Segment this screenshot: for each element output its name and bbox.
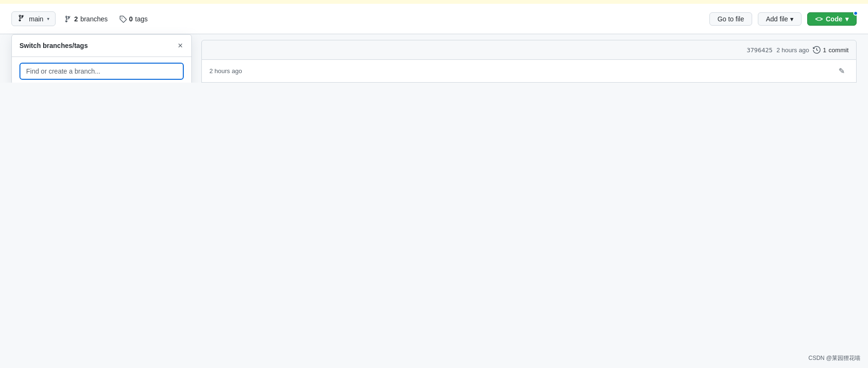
commit-bar: 3796425 2 hours ago 1 commit	[201, 40, 857, 60]
branches-link[interactable]: 2 branches	[61, 13, 110, 25]
commit-time: 2 hours ago	[776, 47, 809, 54]
branch-icon	[18, 14, 25, 23]
search-container	[12, 57, 191, 83]
add-file-caret-icon: ▾	[790, 15, 793, 23]
top-banner	[0, 0, 868, 4]
close-dropdown-button[interactable]: ×	[177, 40, 184, 51]
go-to-file-button[interactable]: Go to file	[709, 12, 752, 26]
branches-count: 2	[74, 15, 78, 23]
branch-caret-icon: ▾	[47, 16, 49, 21]
notification-dot	[853, 11, 858, 16]
history-icon	[813, 46, 821, 54]
repository-toolbar: main ▾ 2 branches 0 tags Go to file Add …	[0, 4, 868, 34]
edit-file-button[interactable]: ✎	[835, 65, 849, 77]
branch-name-label: main	[29, 15, 43, 23]
branches-text: branches	[80, 15, 108, 23]
tags-link[interactable]: 0 tags	[116, 13, 151, 25]
main-content: Switch branches/tags × Branches Tags ✓ m…	[0, 34, 868, 83]
tags-text: tags	[135, 15, 148, 23]
code-brackets-icon: <>	[815, 15, 823, 23]
branch-selector-button[interactable]: main ▾	[11, 11, 56, 26]
file-modified-time: 2 hours ago	[209, 67, 242, 75]
tags-count: 0	[129, 15, 133, 23]
code-caret-icon: ▾	[845, 15, 849, 23]
dropdown-header: Switch branches/tags ×	[12, 35, 191, 57]
file-row: 2 hours ago ✎	[201, 60, 857, 83]
add-file-button[interactable]: Add file ▾	[758, 12, 802, 26]
code-button[interactable]: <> Code ▾	[807, 12, 857, 26]
commit-hash: 3796425	[746, 47, 773, 54]
branch-dropdown-panel: Switch branches/tags × Branches Tags ✓ m…	[11, 34, 192, 83]
commit-label: commit	[829, 47, 849, 54]
commit-count: 1 commit	[813, 46, 849, 54]
right-content-area: 3796425 2 hours ago 1 commit 2 hours ago…	[201, 34, 857, 83]
dropdown-title: Switch branches/tags	[19, 42, 88, 49]
branch-search-input[interactable]	[19, 63, 184, 80]
commit-count-number: 1	[823, 47, 826, 54]
